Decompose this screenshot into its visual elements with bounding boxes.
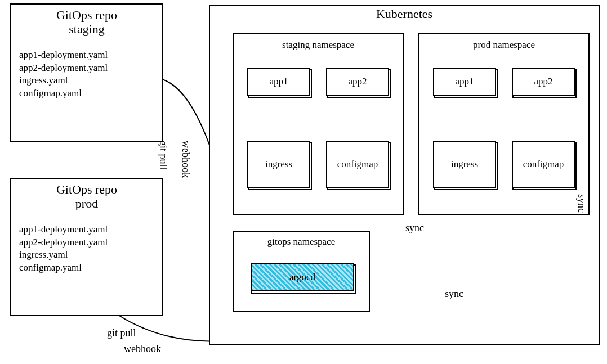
label-webhook: webhook (124, 343, 161, 355)
gitops-repo-prod: GitOps repo prod app1-deployment.yaml ap… (10, 178, 163, 316)
label-webhook: webhook (180, 141, 191, 178)
kubernetes-cluster: Kubernetes staging namespace app1 app2 i… (209, 5, 600, 345)
gitops-repo-staging: GitOps repo staging app1-deployment.yaml… (10, 3, 163, 142)
label-git-pull: git pull (107, 327, 136, 339)
repo-staging-title-1: GitOps repo (56, 8, 117, 22)
argocd-component: argocd (251, 263, 354, 291)
file-item: app1-deployment.yaml (19, 223, 154, 236)
staging-namespace: staging namespace app1 app2 ingress conf… (233, 33, 404, 215)
resource-ingress: ingress (247, 141, 310, 188)
label-sync: sync (405, 222, 424, 234)
resource-app1: app1 (433, 68, 496, 96)
resource-app1: app1 (247, 68, 310, 96)
file-item: app2-deployment.yaml (19, 62, 154, 75)
file-item: configmap.yaml (19, 262, 154, 275)
resource-app2: app2 (512, 68, 575, 96)
prod-ns-title: prod namespace (419, 34, 588, 51)
resource-configmap: configmap (326, 141, 389, 188)
gitops-namespace: gitops namespace argocd (233, 231, 370, 312)
file-item: ingress.yaml (19, 74, 154, 87)
staging-ns-title: staging namespace (234, 34, 403, 51)
prod-namespace: prod namespace app1 app2 ingress configm… (418, 33, 590, 215)
label-sync: sync (445, 288, 463, 300)
resource-ingress: ingress (433, 141, 496, 188)
repo-prod-title-1: GitOps repo (56, 182, 117, 196)
gitops-ns-title: gitops namespace (234, 232, 369, 248)
resource-configmap: configmap (512, 141, 575, 188)
file-item: app2-deployment.yaml (19, 236, 154, 249)
repo-staging-title-2: staging (69, 22, 105, 36)
label-sync: sync (575, 194, 587, 213)
kubernetes-title: Kubernetes (210, 6, 599, 21)
repo-prod-title-2: prod (75, 196, 98, 210)
file-item: ingress.yaml (19, 249, 154, 262)
resource-app2: app2 (326, 68, 389, 96)
file-item: configmap.yaml (19, 87, 154, 100)
label-git-pull: git pull (157, 141, 169, 170)
file-item: app1-deployment.yaml (19, 49, 154, 62)
